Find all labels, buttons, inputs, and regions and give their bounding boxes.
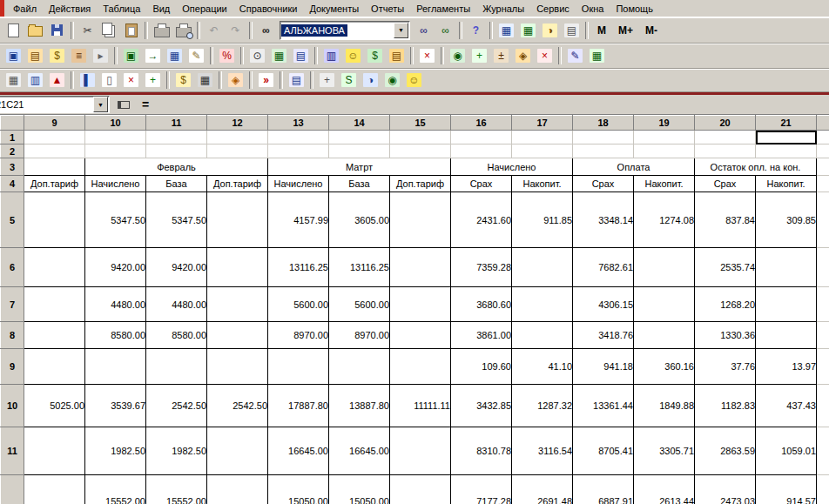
globe-icon[interactable]: ◉: [448, 46, 468, 65]
grid-cell[interactable]: 2542.50: [146, 385, 207, 427]
grid-cell[interactable]: [24, 287, 85, 322]
menu-item-9[interactable]: Журналы: [476, 2, 530, 16]
grid-cell[interactable]: 15050.00: [329, 475, 390, 504]
grid-cell[interactable]: [390, 131, 451, 144]
grid-cell[interactable]: 13887.80: [329, 385, 390, 427]
clock-icon[interactable]: ⊙: [247, 46, 267, 65]
grid-cell[interactable]: 11111.11: [390, 385, 451, 427]
zoom-icon[interactable]: ◑: [540, 21, 560, 40]
chart-icon[interactable]: ▲: [47, 71, 67, 90]
grid-cell[interactable]: [24, 427, 85, 475]
grid-cell[interactable]: 2535.74: [695, 248, 756, 287]
grid-cell[interactable]: 914.57: [756, 475, 817, 504]
column-label-cell[interactable]: Срах: [573, 176, 634, 192]
menu-item-11[interactable]: Окна: [576, 2, 610, 16]
grid-cell[interactable]: [329, 131, 390, 144]
money-icon[interactable]: $: [47, 46, 67, 65]
grid-cell[interactable]: [512, 131, 573, 144]
grid-cell[interactable]: 8580.00: [146, 322, 207, 349]
grid-cell[interactable]: [24, 248, 85, 287]
grid-cell[interactable]: [329, 349, 390, 385]
grid-cell[interactable]: 3348.14: [573, 192, 634, 248]
grid-cell[interactable]: [390, 427, 451, 475]
column-label-cell[interactable]: База: [146, 176, 207, 192]
grid-cell[interactable]: [451, 144, 512, 158]
row-header-10[interactable]: 10: [1, 385, 24, 427]
pen-icon[interactable]: ✎: [565, 46, 585, 65]
grid-cell[interactable]: [756, 322, 817, 349]
grid-cell[interactable]: 2613.44: [634, 475, 695, 504]
memory-button[interactable]: М: [593, 23, 610, 38]
column-header-14[interactable]: 14: [329, 116, 390, 131]
grid-cell-partial[interactable]: [817, 385, 829, 427]
grid-cell[interactable]: 360.16: [634, 349, 695, 385]
grid-cell[interactable]: 5600.00: [268, 287, 329, 322]
grid-cell[interactable]: 3605.00: [329, 192, 390, 248]
grid-cell[interactable]: 8970.00: [268, 322, 329, 349]
save-icon[interactable]: [47, 21, 67, 40]
grid-cell[interactable]: 837.84: [695, 192, 756, 248]
column-header-12[interactable]: 12: [207, 116, 268, 131]
column-label-cell[interactable]: Доп.тариф: [24, 176, 85, 192]
grid-cell[interactable]: [390, 322, 451, 349]
open-icon[interactable]: [25, 21, 45, 40]
grid-cell[interactable]: 16645.00: [329, 427, 390, 475]
group-header-cell[interactable]: [24, 158, 85, 176]
calculator-icon[interactable]: ▦: [195, 71, 215, 90]
grid-cell-partial[interactable]: [817, 248, 829, 287]
print-icon[interactable]: [152, 21, 172, 40]
grid-cell-partial[interactable]: [817, 131, 829, 144]
grid-cell[interactable]: [85, 144, 146, 158]
grid-cell[interactable]: [390, 287, 451, 322]
column-header-18[interactable]: 18: [573, 116, 634, 131]
globe-grid-icon[interactable]: ◉: [382, 71, 402, 90]
grid-cell[interactable]: [573, 144, 634, 158]
grid-cell[interactable]: 8970.00: [329, 322, 390, 349]
grid-cell[interactable]: 41.10: [512, 349, 573, 385]
grid-cell[interactable]: 3305.71: [634, 427, 695, 475]
grid-cell[interactable]: [390, 475, 451, 504]
paste-icon[interactable]: [121, 21, 141, 40]
column-label-cell[interactable]: Доп.тариф: [390, 176, 451, 192]
grid-cell[interactable]: 8580.00: [85, 322, 146, 349]
column-label-cell[interactable]: База: [329, 176, 390, 192]
column-label-cell[interactable]: Начислено: [268, 176, 329, 192]
grid-cell[interactable]: [207, 427, 268, 475]
grid-cell[interactable]: [390, 144, 451, 158]
grid-cell-partial[interactable]: [817, 176, 829, 192]
grid-cell[interactable]: [512, 248, 573, 287]
abacus-icon[interactable]: ≡: [69, 46, 89, 65]
row-header-4[interactable]: 4: [1, 176, 24, 192]
grid-cell[interactable]: [634, 287, 695, 322]
grid-cell[interactable]: [756, 287, 817, 322]
grid-cell[interactable]: 9420.00: [146, 248, 207, 287]
row-header-7[interactable]: 7: [1, 287, 24, 322]
grid-corner[interactable]: [1, 116, 24, 131]
system-icon[interactable]: ▣: [3, 46, 24, 65]
menu-item-1[interactable]: Действия: [43, 2, 97, 16]
grid-cell[interactable]: 8705.41: [573, 427, 634, 475]
grid-cell[interactable]: [329, 144, 390, 158]
grid-cell[interactable]: [207, 248, 268, 287]
grid-cell[interactable]: [85, 131, 146, 144]
sum-icon[interactable]: S: [339, 71, 359, 90]
grid-cell[interactable]: [207, 475, 268, 504]
grid-cell-partial[interactable]: [817, 475, 829, 504]
cell-name-box[interactable]: 21C21 ▼: [0, 96, 110, 113]
grid-cell[interactable]: 109.60: [451, 349, 512, 385]
grid-cell[interactable]: 1287.32: [512, 385, 573, 427]
percent-icon[interactable]: %: [217, 46, 237, 65]
grid-cell[interactable]: 13116.25: [329, 248, 390, 287]
menu-item-5[interactable]: Справочники: [233, 2, 304, 16]
grid-cell[interactable]: 13361.44: [573, 385, 634, 427]
grid-cell[interactable]: [207, 349, 268, 385]
grid-cell[interactable]: [695, 144, 756, 158]
grid-cell[interactable]: 1982.50: [146, 427, 207, 475]
settings-icon[interactable]: +: [317, 71, 337, 90]
grid-cell[interactable]: 4306.15: [573, 287, 634, 322]
grid-cell[interactable]: 2542.50: [207, 385, 268, 427]
column-label-cell[interactable]: Накопит.: [512, 176, 573, 192]
salary-icon[interactable]: $: [173, 71, 193, 90]
grid-cell[interactable]: 1182.83: [695, 385, 756, 427]
column-header-partial[interactable]: [817, 116, 829, 131]
